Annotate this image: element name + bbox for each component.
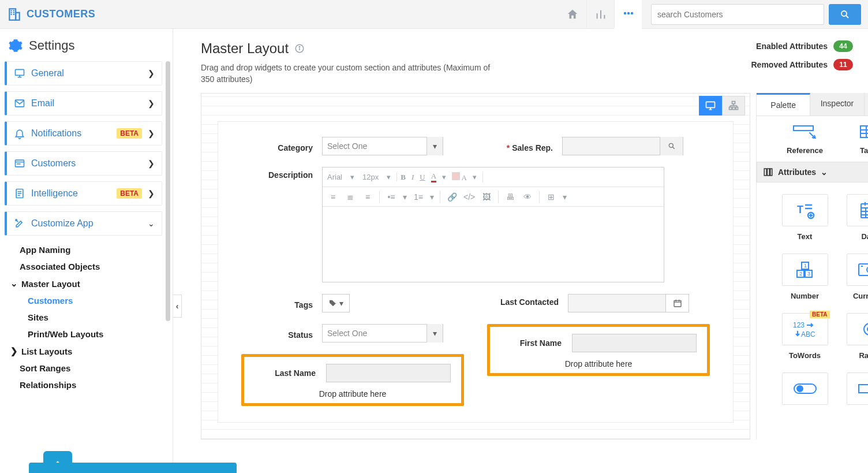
sidebar-sub-list-layouts[interactable]: ❯ List Layouts	[20, 346, 162, 356]
sidebar-item-customize-app[interactable]: Customize App ⌄	[5, 211, 162, 236]
svg-point-30	[299, 46, 300, 47]
tab-inspector[interactable]: Inspector	[810, 93, 864, 116]
caret-down-icon: ▾	[426, 137, 443, 155]
salesrep-lookup[interactable]	[562, 137, 683, 155]
rte-body[interactable]	[323, 207, 664, 282]
palette-label: Radio	[859, 351, 868, 360]
align-center-icon[interactable]: ≣	[345, 192, 356, 202]
tags-button[interactable]: ▾	[322, 294, 350, 312]
highlight-color-icon[interactable]: A	[452, 172, 467, 183]
salesrep-label: *Sales Rep.	[493, 140, 562, 152]
number-list-icon[interactable]: 1≡	[413, 192, 424, 202]
sidebar-sub-sort-ranges[interactable]: Sort Ranges	[20, 363, 162, 373]
align-left-icon[interactable]: ≡	[327, 192, 339, 202]
chart-icon[interactable]	[586, 0, 614, 29]
tab-revisions[interactable]: Revisions	[865, 93, 868, 116]
sidebar-sub-customers[interactable]: Customers	[28, 296, 162, 306]
palette-item-towords[interactable]: BETA 123ABC ToWords	[778, 313, 832, 360]
bold-icon[interactable]: B	[401, 173, 406, 182]
page-title-text: Master Layout	[201, 40, 289, 57]
text-color-icon[interactable]: A	[431, 172, 436, 183]
palette-item-currency[interactable]: $ Currency	[843, 254, 869, 300]
svg-text:T: T	[797, 204, 803, 215]
search-input[interactable]	[651, 4, 824, 25]
bullet-list-icon[interactable]: •≡	[386, 192, 397, 202]
columns-icon	[763, 167, 773, 177]
chevron-right-icon: ❯	[10, 346, 18, 356]
print-icon[interactable]: 🖶	[504, 192, 516, 202]
palette-item-date[interactable]: Date	[843, 194, 869, 241]
page-head: Master Layout Drag and drop widgets to c…	[201, 40, 853, 85]
svg-rect-1	[16, 12, 19, 20]
layout-canvas[interactable]: Category Select One ▾ *Sales Rep.	[201, 93, 750, 440]
palette-item-toggle[interactable]	[778, 373, 832, 405]
bottom-bar[interactable]	[29, 463, 237, 473]
palette-item-radio[interactable]: Radio	[843, 313, 869, 360]
more-dots-icon[interactable]	[614, 0, 642, 29]
sidebar-sub-app-naming[interactable]: App Naming	[20, 245, 162, 255]
palette-item-table[interactable]: Table	[843, 123, 869, 155]
rte-font-select[interactable]: Arial	[327, 173, 342, 181]
align-right-icon[interactable]: ≡	[362, 192, 373, 202]
status-select[interactable]: Select One ▾	[322, 324, 443, 342]
svg-text:ABC: ABC	[801, 330, 815, 338]
sidebar-item-intelligence[interactable]: Intelligence BETA ❯	[5, 181, 162, 206]
description-editor[interactable]: Arial▾ 12px▾ B I U A ▾	[322, 167, 664, 282]
sidebar-item-email[interactable]: Email ❯	[5, 91, 162, 116]
sidebar-item-general[interactable]: General ❯	[5, 61, 162, 85]
caret-down-icon[interactable]: ▾	[563, 192, 567, 202]
sidebar-item-notifications[interactable]: Notifications BETA ❯	[5, 121, 162, 146]
palette-item-select[interactable]	[843, 373, 869, 405]
caret-down-icon[interactable]: ▾	[430, 192, 434, 202]
search-button[interactable]	[829, 4, 861, 25]
sidebar-sub-master-layout[interactable]: ⌄ Master Layout	[20, 278, 162, 289]
gear-icon	[8, 38, 23, 53]
sidebar: Settings General ❯ Email ❯ Notifications…	[0, 29, 173, 473]
home-icon[interactable]	[559, 0, 586, 29]
svg-rect-36	[732, 107, 735, 110]
svg-rect-16	[16, 69, 24, 75]
view-structure-button[interactable]	[722, 96, 745, 116]
link-icon[interactable]: 🔗	[446, 192, 458, 202]
calendar-icon	[665, 295, 689, 312]
palette-item-reference[interactable]: Reference	[778, 123, 832, 155]
view-desktop-button[interactable]	[699, 96, 722, 116]
sidebar-sub-label: List Layouts	[21, 347, 72, 356]
card-icon	[14, 158, 25, 169]
attributes-section-header[interactable]: Attributes ⌄	[757, 162, 868, 183]
tab-palette[interactable]: Palette	[757, 93, 810, 116]
table-icon	[847, 123, 869, 140]
italic-icon[interactable]: I	[411, 173, 414, 182]
caret-down-icon[interactable]: ▾	[442, 173, 446, 181]
palette-item-text[interactable]: T Text	[778, 194, 832, 241]
palette-item-number[interactable]: 123 Number	[778, 254, 832, 300]
last-contacted-date[interactable]	[568, 294, 689, 312]
info-icon[interactable]	[294, 43, 305, 54]
chevron-down-icon: ⌄	[148, 219, 155, 228]
rte-size-select[interactable]: 12px	[362, 173, 379, 181]
sidebar-sub-associated-objects[interactable]: Associated Objects	[20, 262, 162, 271]
last-name-highlight-box: Last Name Drop attribute here	[241, 354, 464, 406]
sidebar-scrollbar[interactable]	[166, 61, 170, 321]
code-icon[interactable]: </>	[463, 192, 475, 202]
building-icon	[7, 7, 22, 22]
sidebar-sub-sites[interactable]: Sites	[28, 312, 162, 322]
sidebar-item-customers[interactable]: Customers ❯	[5, 151, 162, 176]
drop-hint-right: Drop attribute here	[500, 359, 697, 368]
caret-down-icon[interactable]: ▾	[473, 173, 477, 181]
currency-icon: $	[847, 254, 869, 286]
underline-icon[interactable]: U	[420, 173, 425, 182]
svg-rect-89	[859, 385, 869, 393]
category-select[interactable]: Select One ▾	[322, 137, 443, 155]
sidebar-sub-print-web[interactable]: Print/Web Layouts	[28, 329, 162, 339]
sidebar-item-label: General	[31, 68, 142, 79]
last-name-input[interactable]	[326, 364, 451, 382]
preview-icon[interactable]: 👁	[522, 192, 533, 202]
sidebar-sub-relationships[interactable]: Relationships	[20, 380, 162, 390]
table-icon[interactable]: ⊞	[545, 192, 557, 202]
collapse-sidebar-handle[interactable]: ‹	[173, 295, 182, 318]
caret-down-icon[interactable]: ▾	[403, 192, 407, 202]
image-icon[interactable]: 🖼	[481, 192, 492, 202]
rte-toolbar-1: Arial▾ 12px▾ B I U A ▾	[323, 167, 664, 187]
first-name-input[interactable]	[572, 334, 697, 352]
